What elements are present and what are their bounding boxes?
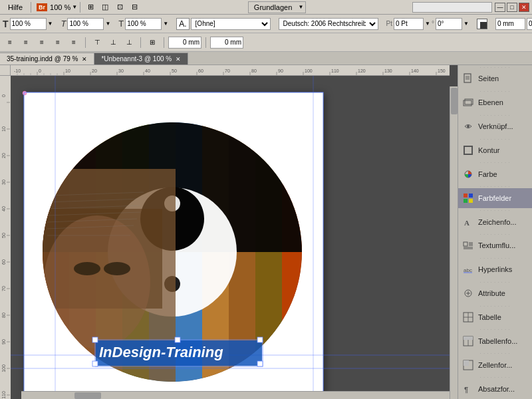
- panel-item-absatzfor[interactable]: ¶ Absatzfor...: [458, 379, 532, 399]
- maximize-button[interactable]: □: [507, 3, 517, 12]
- svg-rect-109: [257, 337, 263, 342]
- align-middle-btn[interactable]: ⊥: [106, 36, 120, 49]
- scrollbar-thumb-v[interactable]: [451, 88, 458, 114]
- absatzfor-label: Absatzfor...: [478, 385, 515, 393]
- panel-item-kontur[interactable]: Kontur: [458, 141, 532, 161]
- right-panel: · · · · · · · · · Seiten · · · · · · · ·…: [458, 65, 532, 399]
- view-icon-1[interactable]: ⊞: [83, 1, 98, 14]
- align-right-btn[interactable]: ≡: [35, 36, 49, 49]
- svg-text:100: 100: [1, 364, 6, 372]
- justify-btn[interactable]: ≡: [51, 36, 65, 49]
- panel-item-verknuepf[interactable]: Verknüpf...: [458, 117, 532, 137]
- tab-close-2[interactable]: ✕: [176, 56, 181, 63]
- search-input[interactable]: [412, 2, 492, 13]
- fill-swatch[interactable]: [477, 19, 487, 29]
- cols-btn[interactable]: ⊞: [145, 36, 160, 49]
- zellenfor-label: Zellenfor...: [478, 361, 512, 369]
- mm-input-1[interactable]: [168, 37, 201, 49]
- tabellenfo-icon: [462, 335, 474, 347]
- panel-item-farbe[interactable]: Farbe: [458, 164, 532, 184]
- y-pos-input[interactable]: [527, 18, 532, 30]
- svg-point-90: [74, 262, 100, 275]
- svg-text:80: 80: [251, 68, 257, 73]
- svg-rect-144: [464, 360, 469, 366]
- svg-text:90: 90: [1, 339, 6, 344]
- workspace-area: Grundlagen ▼: [142, 1, 412, 13]
- menu-hilfe[interactable]: Hilfe: [3, 2, 28, 13]
- svg-rect-126: [464, 242, 467, 246]
- svg-text:60: 60: [198, 68, 203, 73]
- tab-close-1[interactable]: ✕: [82, 56, 87, 63]
- font-size-input-1[interactable]: [10, 18, 47, 30]
- ebenen-label: Ebenen: [478, 98, 503, 106]
- zoom-value[interactable]: 100 %: [50, 3, 70, 11]
- degree-input[interactable]: [436, 18, 462, 30]
- panel-item-tabellenfo[interactable]: Tabellenfo...: [458, 331, 532, 351]
- degree-arrow[interactable]: ▼: [464, 21, 469, 27]
- svg-rect-112: [464, 74, 471, 82]
- minimize-button[interactable]: —: [495, 3, 505, 12]
- mm-input-2[interactable]: [210, 37, 243, 49]
- degree-group: ° ▼: [432, 18, 469, 30]
- panel-item-zeichenfo[interactable]: A Zeichenfo...: [458, 212, 532, 232]
- degree-icon: °: [432, 20, 434, 27]
- scrollbar-horizontal[interactable]: [21, 391, 450, 399]
- font-size-input-2[interactable]: [67, 18, 104, 30]
- verknuepf-icon: [462, 120, 474, 132]
- view-icon-3[interactable]: ⊡: [112, 1, 127, 14]
- font-group-3: T ▼: [118, 18, 168, 30]
- ruler-svg-v: 0 10 20 30 40 50 60 70 80 90: [0, 76, 11, 399]
- x-pos-input[interactable]: [495, 18, 525, 30]
- style-dropdown[interactable]: [Ohne]: [191, 18, 271, 30]
- svg-rect-111: [257, 361, 263, 366]
- br-badge[interactable]: Br: [37, 3, 47, 11]
- tab-35-training[interactable]: 35-training.indd @ 79 % ✕: [0, 53, 94, 65]
- tab-unbenannt-3[interactable]: *Unbenannt-3 @ 100 % ✕: [94, 53, 188, 65]
- panel-item-textumfl[interactable]: Textumflu...: [458, 236, 532, 256]
- pt-icon: Pt: [386, 20, 392, 27]
- attribute-icon: [462, 287, 474, 299]
- view-icon-2[interactable]: ◫: [98, 1, 112, 14]
- font-arrow-1[interactable]: ▼: [48, 21, 53, 27]
- sep13: [205, 37, 206, 48]
- panel-item-tabelle[interactable]: Tabelle: [458, 308, 532, 328]
- canvas-inner[interactable]: InDesign-Training: [11, 76, 458, 399]
- text-tool-icon: T: [3, 19, 9, 29]
- align-bottom-btn[interactable]: ⊥: [122, 36, 136, 49]
- svg-point-91: [104, 262, 130, 275]
- panel-item-seiten[interactable]: Seiten: [458, 69, 532, 89]
- window-controls: — □ ✕: [495, 3, 529, 12]
- align-top-btn[interactable]: ⊤: [90, 36, 104, 49]
- justify-all-btn[interactable]: ≡: [66, 36, 81, 49]
- main-area: -10 0 10 20 30 40 50 60 70 80: [0, 65, 532, 399]
- panel-item-hyperlinks[interactable]: abc Hyperlinks: [458, 260, 532, 280]
- farbfelder-icon: [462, 192, 474, 204]
- hyperlinks-label: Hyperlinks: [478, 265, 512, 273]
- svg-text:70: 70: [225, 68, 230, 73]
- svg-text:110: 110: [331, 68, 339, 73]
- panel-item-zellenfor[interactable]: Zellenfor...: [458, 355, 532, 375]
- align-left-btn[interactable]: ≡: [3, 36, 17, 49]
- zoom-dropdown-arrow[interactable]: ▼: [72, 4, 77, 10]
- font-size-input-3[interactable]: [125, 18, 162, 30]
- scrollbar-vertical[interactable]: [450, 86, 458, 399]
- farbe-icon: [462, 168, 474, 180]
- zoom-control[interactable]: 100 % ▼: [50, 3, 77, 11]
- swatch-group: [477, 19, 487, 29]
- menu-bar: Hilfe Br 100 % ▼ ⊞ ◫ ⊡ ⊟ Grundlagen ▼ — …: [0, 0, 532, 15]
- panel-item-farbfelder[interactable]: Farbfelder: [458, 188, 532, 208]
- font-arrow-2[interactable]: ▼: [105, 21, 110, 27]
- view-icon-4[interactable]: ⊟: [127, 1, 142, 14]
- workspace-dropdown[interactable]: Grundlagen ▼: [248, 1, 307, 13]
- font-arrow-3[interactable]: ▼: [163, 21, 168, 27]
- pt-arrow[interactable]: ▼: [425, 21, 430, 27]
- canvas-area[interactable]: -10 0 10 20 30 40 50 60 70 80: [0, 65, 458, 399]
- pt-input[interactable]: [394, 18, 424, 30]
- toolbar-row-2: ≡ ≡ ≡ ≡ ≡ ⊤ ⊥ ⊥ ⊞: [0, 33, 532, 52]
- close-button[interactable]: ✕: [519, 3, 529, 12]
- language-dropdown[interactable]: Deutsch: 2006 Rechtschreib...: [279, 18, 378, 30]
- scrollbar-thumb-h[interactable]: [74, 392, 101, 399]
- panel-item-ebenen[interactable]: Ebenen: [458, 93, 532, 113]
- align-center-btn[interactable]: ≡: [19, 36, 33, 49]
- panel-item-attribute[interactable]: Attribute: [458, 284, 532, 304]
